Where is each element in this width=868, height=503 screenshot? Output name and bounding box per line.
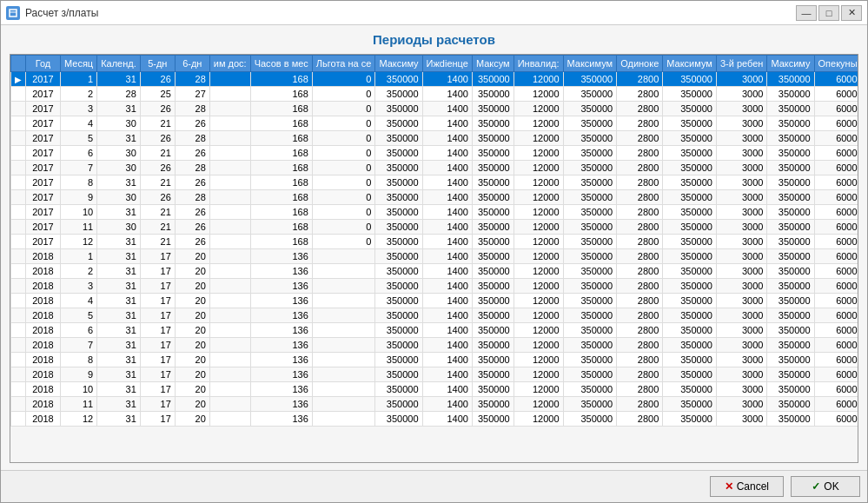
- table-row[interactable]: 2018123117201363500001400350000120003500…: [11, 412, 858, 427]
- table-row[interactable]: 2018131172013635000014003500001200035000…: [11, 249, 858, 264]
- cell-year: 2017: [26, 205, 61, 220]
- cell-max5: 350000: [767, 116, 814, 131]
- table-row[interactable]: 2017831212616803500001400350000120003500…: [11, 175, 858, 190]
- cell-opekuny: 6000: [814, 323, 858, 338]
- table-row[interactable]: 2017531262816803500001400350000120003500…: [11, 131, 858, 146]
- ok-button[interactable]: ✓ OK: [791, 476, 860, 497]
- col-header-lgota: Льгота на се: [312, 56, 375, 72]
- cell-days6: 20: [175, 294, 209, 308]
- cell-days6: 28: [175, 131, 209, 146]
- table-row[interactable]: 2018103117201363500001400350000120003500…: [11, 382, 858, 397]
- cell-cal_days: 31: [97, 323, 141, 338]
- table-row[interactable]: 2017630212616803500001400350000120003500…: [11, 146, 858, 161]
- cell-days5: 21: [140, 116, 175, 131]
- table-row[interactable]: 2017113021261680350000140035000012000350…: [11, 220, 858, 235]
- table-row[interactable]: 2018831172013635000014003500001200035000…: [11, 353, 858, 367]
- cell-child3: 3000: [716, 131, 766, 146]
- maximize-button[interactable]: □: [818, 5, 839, 21]
- table-row[interactable]: 2018631172013635000014003500001200035000…: [11, 323, 858, 338]
- cell-im_dos: [209, 308, 250, 323]
- cell-max1: 350000: [375, 397, 422, 412]
- cell-max2: 350000: [472, 338, 514, 353]
- cell-max1: 350000: [375, 338, 422, 353]
- cell-lgota: 0: [312, 102, 375, 116]
- cell-max3: 350000: [563, 279, 617, 294]
- cell-arrow: [11, 294, 26, 308]
- table-row[interactable]: 2018113117201363500001400350000120003500…: [11, 397, 858, 412]
- cell-month: 6: [61, 323, 97, 338]
- cell-odinok: 2800: [617, 190, 663, 205]
- cell-opekuny: 6000: [814, 412, 858, 427]
- cell-max4: 350000: [663, 249, 717, 264]
- cell-year: 2018: [26, 279, 61, 294]
- cell-child3: 3000: [716, 220, 766, 235]
- close-button[interactable]: ✕: [841, 5, 862, 21]
- cell-im_dos: [209, 205, 250, 220]
- table-row[interactable]: ▶201713126281680350000140035000012000350…: [11, 72, 858, 87]
- cell-opekuny: 6000: [814, 131, 858, 146]
- cell-max1: 350000: [375, 102, 422, 116]
- cell-cal_days: 31: [97, 264, 141, 279]
- cell-opekuny: 6000: [814, 87, 858, 102]
- cell-invalid: 12000: [514, 323, 563, 338]
- cell-month: 7: [61, 161, 97, 175]
- cell-arrow: [11, 338, 26, 353]
- cell-max5: 350000: [767, 308, 814, 323]
- cell-max1: 350000: [375, 264, 422, 279]
- cell-year: 2018: [26, 249, 61, 264]
- cell-arrow: [11, 353, 26, 367]
- cell-opekuny: 6000: [814, 205, 858, 220]
- cell-max3: 350000: [563, 72, 617, 87]
- cell-days5: 26: [140, 72, 175, 87]
- table-row[interactable]: 2018731172013635000014003500001200035000…: [11, 338, 858, 353]
- cell-days6: 26: [175, 175, 209, 190]
- table-row[interactable]: 2017430212616803500001400350000120003500…: [11, 116, 858, 131]
- table-row[interactable]: 2017123121261680350000140035000012000350…: [11, 235, 858, 249]
- table-row[interactable]: 2018431172013635000014003500001200035000…: [11, 294, 858, 308]
- cell-days5: 17: [140, 323, 175, 338]
- cell-opekuny: 6000: [814, 264, 858, 279]
- minimize-button[interactable]: —: [796, 5, 817, 21]
- col-header-max1: Максиму: [375, 56, 422, 72]
- cell-opekuny: 6000: [814, 72, 858, 87]
- cell-month: 3: [61, 102, 97, 116]
- table-row[interactable]: 2018931172013635000014003500001200035000…: [11, 367, 858, 382]
- cell-max4: 350000: [663, 367, 717, 382]
- cell-max1: 350000: [375, 367, 422, 382]
- cell-arrow: [11, 367, 26, 382]
- cell-izhdiv: 1400: [422, 323, 472, 338]
- cell-max2: 350000: [472, 131, 514, 146]
- table-row[interactable]: 2017228252716803500001400350000120003500…: [11, 87, 858, 102]
- cancel-button[interactable]: ✕ Cancel: [710, 476, 784, 497]
- cell-child3: 3000: [716, 338, 766, 353]
- table-scroll-area[interactable]: Год Месяц Календ. 5-дн 6-дн им дос: Часо…: [10, 55, 858, 462]
- cell-odinok: 2800: [617, 279, 663, 294]
- cell-days6: 26: [175, 220, 209, 235]
- cell-days5: 17: [140, 412, 175, 427]
- cell-izhdiv: 1400: [422, 190, 472, 205]
- cell-year: 2018: [26, 264, 61, 279]
- cell-cal_days: 31: [97, 205, 141, 220]
- cell-days6: 26: [175, 146, 209, 161]
- cell-arrow: ▶: [11, 72, 26, 87]
- table-row[interactable]: 2018331172013635000014003500001200035000…: [11, 279, 858, 294]
- table-row[interactable]: 2018231172013635000014003500001200035000…: [11, 264, 858, 279]
- cell-odinok: 2800: [617, 353, 663, 367]
- cell-hours: 136: [250, 279, 312, 294]
- table-row[interactable]: 2018531172013635000014003500001200035000…: [11, 308, 858, 323]
- cell-max5: 350000: [767, 235, 814, 249]
- table-row[interactable]: 2017103121261680350000140035000012000350…: [11, 205, 858, 220]
- table-row[interactable]: 2017331262816803500001400350000120003500…: [11, 102, 858, 116]
- cell-days5: 26: [140, 102, 175, 116]
- cell-max4: 350000: [663, 382, 717, 397]
- cell-lgota: 0: [312, 190, 375, 205]
- cell-lgota: [312, 382, 375, 397]
- table-row[interactable]: 2017930262816803500001400350000120003500…: [11, 190, 858, 205]
- cell-max3: 350000: [563, 397, 617, 412]
- cell-odinok: 2800: [617, 220, 663, 235]
- cell-cal_days: 31: [97, 249, 141, 264]
- table-row[interactable]: 2017730262816803500001400350000120003500…: [11, 161, 858, 175]
- cell-odinok: 2800: [617, 367, 663, 382]
- app-icon: [6, 6, 20, 20]
- cell-max2: 350000: [472, 87, 514, 102]
